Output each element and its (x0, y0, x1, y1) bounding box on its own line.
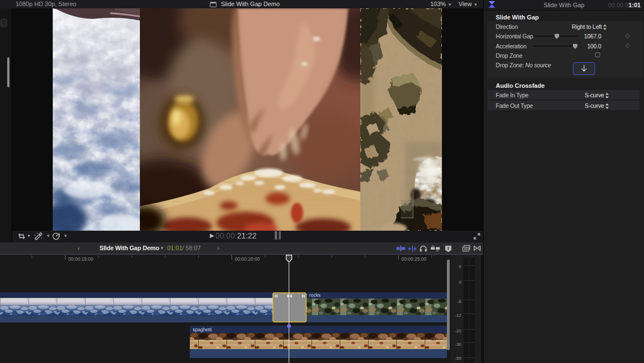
svg-text:spaghetti: spaghetti (193, 327, 212, 332)
svg-text:rocks: rocks (309, 292, 320, 298)
